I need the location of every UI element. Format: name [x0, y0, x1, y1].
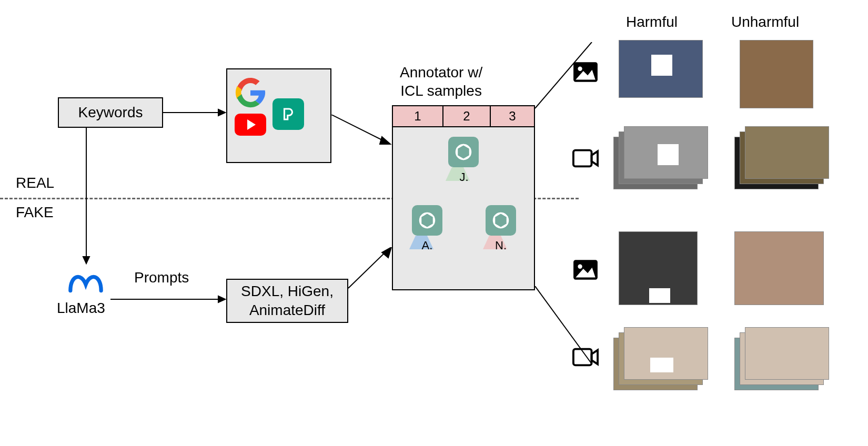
generators-box: SDXL, HiGen, AnimateDiff — [226, 279, 348, 323]
video-icon-real — [572, 148, 599, 168]
svg-point-10 — [456, 145, 471, 159]
search-sources-box — [226, 68, 331, 163]
svg-rect-17 — [573, 150, 592, 167]
svg-marker-7 — [380, 137, 390, 144]
video-icon-fake — [572, 347, 599, 367]
annotator-name-n: N. — [488, 239, 514, 252]
image-icon-real — [572, 61, 599, 83]
annotator-panel: 1 2 3 J. A. — [392, 105, 535, 290]
prompts-label: Prompts — [134, 269, 189, 286]
svg-point-12 — [493, 213, 508, 228]
annotator-header-1: 1 — [392, 105, 443, 127]
openai-icon-n — [486, 205, 516, 236]
google-icon — [235, 77, 266, 108]
keywords-box: Keywords — [58, 97, 163, 128]
annotator-header-3: 3 — [491, 105, 535, 127]
svg-marker-5 — [218, 296, 225, 302]
openai-icon-a — [412, 205, 442, 236]
annotator-name-j: J. — [451, 170, 477, 184]
svg-marker-9 — [382, 247, 391, 258]
svg-marker-1 — [218, 109, 225, 116]
meta-icon — [67, 268, 104, 295]
keywords-text: Keywords — [78, 104, 143, 121]
arrow-keywords-to-sources — [163, 105, 226, 121]
arrow-sources-to-annotator — [331, 115, 392, 151]
generators-text: SDXL, HiGen, AnimateDiff — [241, 282, 334, 320]
svg-marker-3 — [83, 257, 89, 263]
openai-icon-j — [448, 137, 479, 167]
arrow-keywords-to-meta — [79, 128, 95, 265]
harmful-label: Harmful — [626, 14, 678, 31]
svg-point-19 — [578, 265, 582, 269]
arrow-generators-to-annotator — [348, 247, 393, 289]
annotator-title: Annotator w/ ICL samples — [400, 63, 482, 100]
youtube-icon — [235, 114, 266, 136]
annotator-name-a: A. — [414, 239, 440, 252]
arrow-prompts — [110, 292, 226, 308]
fake-label: FAKE — [16, 204, 54, 221]
svg-point-16 — [578, 67, 582, 71]
image-icon-fake — [572, 259, 599, 281]
unharmful-label: Unharmful — [731, 14, 799, 31]
llama-label: LlaMa3 — [57, 300, 105, 317]
pexels-icon — [272, 98, 304, 130]
svg-line-8 — [348, 251, 386, 288]
svg-point-11 — [420, 213, 435, 228]
annotator-header-2: 2 — [443, 105, 491, 127]
svg-rect-20 — [573, 349, 592, 366]
real-label: REAL — [16, 175, 54, 191]
svg-line-6 — [331, 115, 384, 141]
